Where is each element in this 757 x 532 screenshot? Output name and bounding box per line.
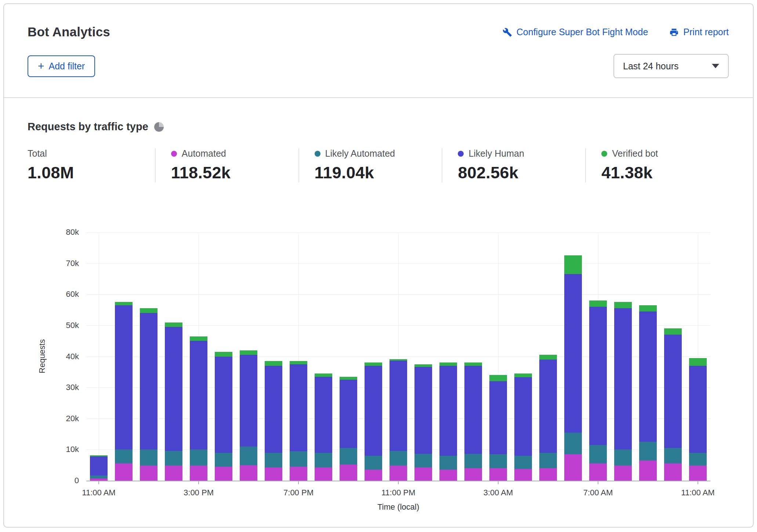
verified-bot-segment [464,362,482,365]
likely-automated-segment [265,453,282,468]
bar-10-00-am[interactable] [664,232,682,481]
x-axis-tick [598,481,598,484]
x-axis-tick [198,481,199,484]
bar-5-00-pm[interactable] [240,232,257,481]
x-axis-tick-label: 3:00 PM [184,488,214,498]
likely-automated-segment [365,456,382,469]
bar-1-00-am[interactable] [439,232,457,481]
verified-bot-segment [365,362,382,365]
likely-automated-segment [140,449,157,466]
stat-total: Total1.08M [28,148,155,182]
header: Bot Analytics Configure Super Bot Fight … [4,4,753,39]
stat-label: Likely Automated [325,148,395,159]
bar-5-00-am[interactable] [539,232,557,481]
likely-human-segment [115,305,133,450]
verified-bot-segment [614,302,632,308]
verified-bot-segment [315,374,332,376]
likely-human-segment [290,364,307,451]
verified-bot-segment [390,359,407,361]
likely-automated-legend-dot [315,151,320,157]
verified-bot-legend-dot [601,151,607,157]
bar-3-00-am[interactable] [489,232,507,481]
bar-9-00-am[interactable] [639,232,657,481]
automated-segment [489,468,507,481]
configure-link-label: Configure Super Bot Fight Mode [517,27,648,37]
y-axis-tick-label: 80k [39,227,79,237]
x-axis-tick-label: 3:00 AM [483,488,513,498]
likely-automated-segment [390,451,407,466]
bar-7-00-am[interactable] [589,232,607,481]
print-report-link[interactable]: Print report [669,27,729,37]
likely-automated-segment [165,451,182,466]
y-axis-tick-label: 0 [39,476,79,485]
verified-bot-segment [489,375,507,381]
y-axis-tick-label: 60k [39,289,79,299]
verified-bot-segment [90,455,108,456]
likely-human-segment [315,377,332,453]
add-filter-label: Add filter [49,61,85,72]
automated-segment [589,463,607,481]
bar-6-00-pm[interactable] [265,232,282,481]
automated-segment [165,466,182,481]
likely-human-segment [564,274,582,433]
likely-human-segment [614,308,632,449]
add-filter-button[interactable]: + Add filter [28,55,95,77]
verified-bot-segment [564,255,582,274]
stat-value: 41.38k [601,163,729,182]
time-range-select[interactable]: Last 24 hours [613,54,729,78]
x-axis-tick [498,481,499,484]
print-link-label: Print report [683,27,729,37]
configure-super-bot-fight-mode-link[interactable]: Configure Super Bot Fight Mode [503,27,648,37]
automated-segment [689,466,707,481]
bar-10-00-pm[interactable] [365,232,382,481]
verified-bot-segment [240,350,257,355]
likely-automated-segment [190,449,207,466]
bar-8-00-pm[interactable] [315,232,332,481]
verified-bot-segment [689,358,707,366]
stats-row: Total1.08MAutomated118.52kLikely Automat… [4,133,753,182]
bar-6-00-am[interactable] [564,232,582,481]
likely-human-segment [689,366,707,453]
automated-segment [664,463,682,481]
bar-11-00-am[interactable] [90,232,108,481]
x-axis-tick-label: 11:00 AM [82,488,115,498]
bot-analytics-card: Bot Analytics Configure Super Bot Fight … [3,3,754,528]
printer-icon [669,28,679,37]
bar-8-00-am[interactable] [614,232,632,481]
automated-segment [639,460,657,481]
bar-12-00-am[interactable] [414,232,432,481]
bar-3-00-pm[interactable] [190,232,207,481]
bar-4-00-am[interactable] [514,232,532,481]
x-axis-tick-label: 7:00 PM [283,488,314,498]
bar-7-00-pm[interactable] [290,232,307,481]
verified-bot-segment [439,362,457,365]
bar-1-00-pm[interactable] [140,232,157,481]
y-axis-tick-label: 20k [39,414,79,423]
likely-human-segment [514,377,532,456]
likely-automated-segment [614,449,632,466]
likely-automated-segment [315,453,332,468]
verified-bot-segment [165,323,182,327]
likely-human-segment [190,341,207,449]
likely-human-segment [265,366,282,453]
automated-segment [614,466,632,481]
automated-segment [464,468,482,481]
bar-11-00-pm[interactable] [390,232,407,481]
bar-2-00-pm[interactable] [165,232,182,481]
bar-12-00-pm[interactable] [115,232,133,481]
likely-human-segment [365,366,382,456]
bar-11-00-am[interactable] [689,232,707,481]
bar-4-00-pm[interactable] [215,232,232,481]
verified-bot-segment [265,361,282,366]
plus-icon: + [38,62,44,70]
bar-9-00-pm[interactable] [340,232,357,481]
x-axis-tick [398,481,399,484]
verified-bot-segment [190,336,207,341]
likely-automated-segment [115,449,133,463]
likely-human-segment [489,381,507,454]
likely-human-segment [240,355,257,447]
likely-human-segment [464,366,482,454]
stat-likely-automated: Likely Automated119.04k [298,148,442,182]
bar-2-00-am[interactable] [464,232,482,481]
automated-segment [390,466,407,481]
